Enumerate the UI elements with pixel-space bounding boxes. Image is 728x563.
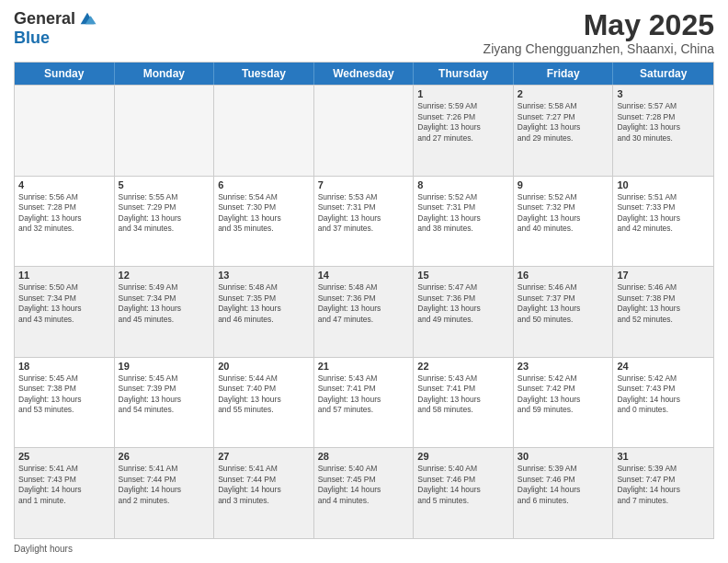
calendar-week: 11Sunrise: 5:50 AM Sunset: 7:34 PM Dayli… <box>15 266 713 357</box>
day-number: 19 <box>119 361 210 372</box>
calendar-cell: 9Sunrise: 5:52 AM Sunset: 7:32 PM Daylig… <box>514 177 614 267</box>
page: General Blue May 2025 Ziyang Chengguanzh… <box>0 0 728 563</box>
day-info: Sunrise: 5:42 AM Sunset: 7:43 PM Dayligh… <box>617 373 710 416</box>
calendar-cell: 23Sunrise: 5:42 AM Sunset: 7:42 PM Dayli… <box>514 358 614 448</box>
calendar-cell: 10Sunrise: 5:51 AM Sunset: 7:33 PM Dayli… <box>613 177 713 267</box>
day-info: Sunrise: 5:44 AM Sunset: 7:40 PM Dayligh… <box>218 373 310 416</box>
day-info: Sunrise: 5:49 AM Sunset: 7:34 PM Dayligh… <box>119 282 210 325</box>
day-info: Sunrise: 5:41 AM Sunset: 7:44 PM Dayligh… <box>119 464 210 506</box>
calendar-cell: 1Sunrise: 5:59 AM Sunset: 7:26 PM Daylig… <box>414 86 514 176</box>
calendar-week: 4Sunrise: 5:56 AM Sunset: 7:28 PM Daylig… <box>15 176 713 267</box>
day-info: Sunrise: 5:40 AM Sunset: 7:46 PM Dayligh… <box>417 464 509 506</box>
calendar-cell: 17Sunrise: 5:46 AM Sunset: 7:38 PM Dayli… <box>613 267 713 357</box>
day-number: 8 <box>417 179 509 190</box>
location: Ziyang Chengguanzhen, Shaanxi, China <box>483 41 714 56</box>
day-info: Sunrise: 5:51 AM Sunset: 7:33 PM Dayligh… <box>617 192 710 235</box>
day-number: 18 <box>18 361 110 372</box>
day-number: 17 <box>617 270 710 281</box>
calendar-cell: 18Sunrise: 5:45 AM Sunset: 7:38 PM Dayli… <box>15 358 115 448</box>
calendar-cell: 2Sunrise: 5:58 AM Sunset: 7:27 PM Daylig… <box>514 86 614 176</box>
calendar-cell: 20Sunrise: 5:44 AM Sunset: 7:40 PM Dayli… <box>214 358 314 448</box>
calendar-cell: 7Sunrise: 5:53 AM Sunset: 7:31 PM Daylig… <box>314 177 415 267</box>
day-number: 6 <box>218 179 310 190</box>
calendar-cell: 16Sunrise: 5:46 AM Sunset: 7:37 PM Dayli… <box>514 267 614 357</box>
day-info: Sunrise: 5:39 AM Sunset: 7:46 PM Dayligh… <box>518 464 609 506</box>
day-info: Sunrise: 5:43 AM Sunset: 7:41 PM Dayligh… <box>318 373 410 416</box>
calendar-cell: 30Sunrise: 5:39 AM Sunset: 7:46 PM Dayli… <box>514 448 614 538</box>
calendar-week: 1Sunrise: 5:59 AM Sunset: 7:26 PM Daylig… <box>15 85 713 176</box>
day-number: 27 <box>218 451 310 462</box>
day-number: 16 <box>518 270 609 281</box>
calendar-cell: 12Sunrise: 5:49 AM Sunset: 7:34 PM Dayli… <box>115 267 215 357</box>
calendar-cell <box>115 86 215 176</box>
day-number: 25 <box>18 451 110 462</box>
day-number: 5 <box>119 179 210 190</box>
day-number: 29 <box>417 451 509 462</box>
day-info: Sunrise: 5:46 AM Sunset: 7:38 PM Dayligh… <box>617 282 710 325</box>
day-info: Sunrise: 5:52 AM Sunset: 7:32 PM Dayligh… <box>518 192 609 235</box>
day-info: Sunrise: 5:45 AM Sunset: 7:38 PM Dayligh… <box>18 373 110 416</box>
day-number: 21 <box>318 361 410 372</box>
day-number: 9 <box>518 179 609 190</box>
day-number: 23 <box>518 361 609 372</box>
day-number: 2 <box>518 88 609 99</box>
day-number: 26 <box>119 451 210 462</box>
logo-icon <box>77 9 97 29</box>
day-of-week-header: Saturday <box>613 63 713 85</box>
logo-blue: Blue <box>14 29 97 48</box>
day-of-week-header: Sunday <box>15 63 115 85</box>
day-info: Sunrise: 5:47 AM Sunset: 7:36 PM Dayligh… <box>417 282 509 325</box>
calendar-cell: 27Sunrise: 5:41 AM Sunset: 7:44 PM Dayli… <box>214 448 314 538</box>
day-of-week-header: Friday <box>514 63 614 85</box>
calendar-cell: 15Sunrise: 5:47 AM Sunset: 7:36 PM Dayli… <box>414 267 514 357</box>
calendar-cell: 6Sunrise: 5:54 AM Sunset: 7:30 PM Daylig… <box>214 177 314 267</box>
day-info: Sunrise: 5:58 AM Sunset: 7:27 PM Dayligh… <box>518 101 609 144</box>
title-block: May 2025 Ziyang Chengguanzhen, Shaanxi, … <box>483 9 714 56</box>
calendar-cell: 13Sunrise: 5:48 AM Sunset: 7:35 PM Dayli… <box>214 267 314 357</box>
calendar-cell: 5Sunrise: 5:55 AM Sunset: 7:29 PM Daylig… <box>115 177 215 267</box>
calendar-cell: 11Sunrise: 5:50 AM Sunset: 7:34 PM Dayli… <box>15 267 115 357</box>
day-info: Sunrise: 5:41 AM Sunset: 7:44 PM Dayligh… <box>218 464 310 506</box>
calendar-body: 1Sunrise: 5:59 AM Sunset: 7:26 PM Daylig… <box>15 85 713 538</box>
day-info: Sunrise: 5:57 AM Sunset: 7:28 PM Dayligh… <box>617 101 710 144</box>
day-number: 1 <box>417 88 509 99</box>
day-info: Sunrise: 5:45 AM Sunset: 7:39 PM Dayligh… <box>119 373 210 416</box>
calendar-cell: 19Sunrise: 5:45 AM Sunset: 7:39 PM Dayli… <box>115 358 215 448</box>
calendar-cell: 8Sunrise: 5:52 AM Sunset: 7:31 PM Daylig… <box>414 177 514 267</box>
header: General Blue May 2025 Ziyang Chengguanzh… <box>14 9 714 56</box>
day-info: Sunrise: 5:43 AM Sunset: 7:41 PM Dayligh… <box>417 373 509 416</box>
day-number: 13 <box>218 270 310 281</box>
day-info: Sunrise: 5:54 AM Sunset: 7:30 PM Dayligh… <box>218 192 310 235</box>
day-number: 12 <box>119 270 210 281</box>
day-info: Sunrise: 5:56 AM Sunset: 7:28 PM Dayligh… <box>18 192 110 235</box>
day-info: Sunrise: 5:46 AM Sunset: 7:37 PM Dayligh… <box>518 282 609 325</box>
day-number: 24 <box>617 361 710 372</box>
calendar-header: SundayMondayTuesdayWednesdayThursdayFrid… <box>15 63 713 85</box>
day-info: Sunrise: 5:50 AM Sunset: 7:34 PM Dayligh… <box>18 282 110 325</box>
day-number: 3 <box>617 88 710 99</box>
day-number: 28 <box>318 451 410 462</box>
day-info: Sunrise: 5:59 AM Sunset: 7:26 PM Dayligh… <box>417 101 509 144</box>
day-number: 7 <box>318 179 410 190</box>
day-info: Sunrise: 5:53 AM Sunset: 7:31 PM Dayligh… <box>318 192 410 235</box>
calendar-week: 25Sunrise: 5:41 AM Sunset: 7:43 PM Dayli… <box>15 447 713 538</box>
day-info: Sunrise: 5:40 AM Sunset: 7:45 PM Dayligh… <box>318 464 410 506</box>
calendar-week: 18Sunrise: 5:45 AM Sunset: 7:38 PM Dayli… <box>15 357 713 448</box>
calendar-cell <box>15 86 115 176</box>
calendar-cell: 3Sunrise: 5:57 AM Sunset: 7:28 PM Daylig… <box>613 86 713 176</box>
day-number: 10 <box>617 179 710 190</box>
calendar: SundayMondayTuesdayWednesdayThursdayFrid… <box>14 62 714 539</box>
day-info: Sunrise: 5:52 AM Sunset: 7:31 PM Dayligh… <box>417 192 509 235</box>
day-number: 30 <box>518 451 609 462</box>
day-info: Sunrise: 5:48 AM Sunset: 7:35 PM Dayligh… <box>218 282 310 325</box>
day-number: 14 <box>318 270 410 281</box>
calendar-cell: 28Sunrise: 5:40 AM Sunset: 7:45 PM Dayli… <box>314 448 415 538</box>
logo: General Blue <box>14 9 97 48</box>
day-number: 31 <box>617 451 710 462</box>
calendar-cell <box>314 86 415 176</box>
calendar-cell <box>214 86 314 176</box>
calendar-cell: 24Sunrise: 5:42 AM Sunset: 7:43 PM Dayli… <box>613 358 713 448</box>
day-number: 20 <box>218 361 310 372</box>
calendar-cell: 14Sunrise: 5:48 AM Sunset: 7:36 PM Dayli… <box>314 267 415 357</box>
calendar-cell: 29Sunrise: 5:40 AM Sunset: 7:46 PM Dayli… <box>414 448 514 538</box>
